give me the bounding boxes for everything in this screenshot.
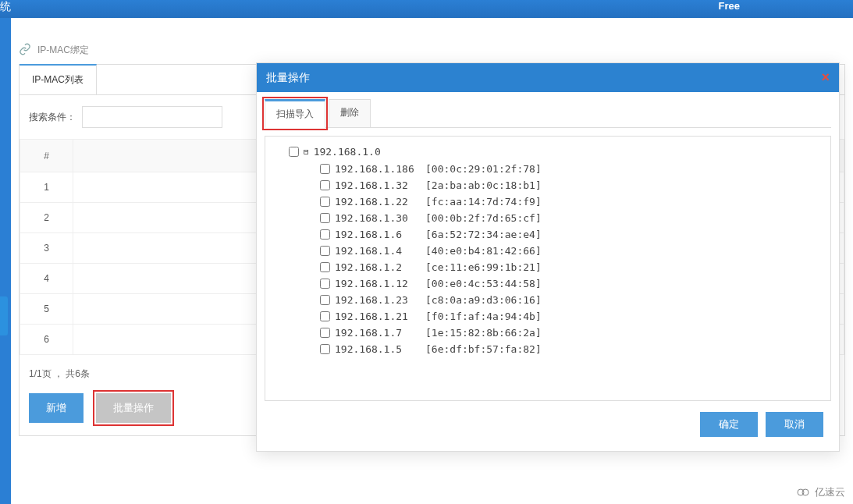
top-banner: 统 Free <box>0 0 853 18</box>
tree-item[interactable]: 192.168.1.12 [00:e0:4c:53:44:58] <box>289 275 824 292</box>
root-label: 192.168.1.0 <box>314 146 381 158</box>
item-checkbox[interactable] <box>320 229 330 240</box>
tree-item[interactable]: 192.168.1.32 [2a:ba:ab:0c:18:b1] <box>289 177 824 193</box>
item-checkbox[interactable] <box>320 279 330 289</box>
item-mac: [00:0c:29:01:2f:78] <box>425 163 542 175</box>
item-checkbox[interactable] <box>320 295 330 305</box>
item-ip: 192.168.1.4 <box>335 245 421 257</box>
item-ip: 192.168.1.186 <box>335 163 421 175</box>
tree-item[interactable]: 192.168.1.7 [1e:15:82:8b:66:2a] <box>289 325 824 341</box>
item-ip: 192.168.1.2 <box>335 261 421 273</box>
modal-tabs: 扫描导入 删除 <box>265 98 831 128</box>
item-mac: [00:e0:4c:53:44:58] <box>425 278 542 289</box>
left-sidebar-edge <box>0 18 11 504</box>
item-checkbox[interactable] <box>320 246 330 256</box>
item-checkbox[interactable] <box>320 164 330 174</box>
cell-idx: 1 <box>20 172 73 203</box>
cell-idx: 6 <box>20 325 73 355</box>
item-checkbox[interactable] <box>320 344 330 354</box>
tree-root[interactable]: ⊟ 192.168.1.0 <box>289 146 824 158</box>
scan-tree[interactable]: ⊟ 192.168.1.0 192.168.1.186 [00:0c:29:01… <box>265 136 831 401</box>
watermark: 亿速云 <box>796 485 845 499</box>
item-mac: [f0:1f:af:4a:94:4b] <box>425 311 542 322</box>
cancel-button[interactable]: 取消 <box>766 412 823 437</box>
item-ip: 192.168.1.32 <box>335 179 421 191</box>
breadcrumb-label: IP-MAC绑定 <box>37 44 89 57</box>
tab-ip-mac-list[interactable]: IP-MAC列表 <box>20 64 97 94</box>
item-ip: 192.168.1.6 <box>335 229 421 240</box>
svg-point-1 <box>802 489 809 495</box>
item-checkbox[interactable] <box>320 180 330 190</box>
tree-item[interactable]: 192.168.1.22 [fc:aa:14:7d:74:f9] <box>289 193 824 210</box>
watermark-text: 亿速云 <box>815 485 845 499</box>
app-title-partial: 统 <box>0 0 11 14</box>
item-checkbox[interactable] <box>320 328 330 338</box>
banner-free-label: Free <box>719 0 740 12</box>
tab-scan-import[interactable]: 扫描导入 <box>265 99 325 128</box>
cell-idx: 3 <box>20 233 73 264</box>
item-ip: 192.168.1.22 <box>335 196 421 208</box>
collapse-icon[interactable]: ⊟ <box>304 147 309 157</box>
item-checkbox[interactable] <box>320 262 330 272</box>
left-collapse-handle[interactable] <box>0 296 8 335</box>
item-mac: [c8:0a:a9:d3:06:16] <box>425 294 542 306</box>
item-mac: [00:0b:2f:7d:65:cf] <box>425 212 542 224</box>
item-mac: [6e:df:bf:57:fa:82] <box>425 343 542 355</box>
batch-modal: 批量操作 × 扫描导入 删除 ⊟ 192.168.1.0 192.168.1.1… <box>256 62 840 452</box>
col-idx: # <box>20 140 73 172</box>
item-mac: [40:e0:b4:81:42:66] <box>425 245 542 257</box>
item-ip: 192.168.1.7 <box>335 327 421 339</box>
tree-item[interactable]: 192.168.1.2 [ce:11:e6:99:1b:21] <box>289 259 824 275</box>
item-ip: 192.168.1.12 <box>335 278 421 289</box>
modal-header: 批量操作 × <box>257 63 839 92</box>
item-ip: 192.168.1.5 <box>335 343 421 355</box>
item-mac: [6a:52:72:34:ae:e4] <box>425 229 542 240</box>
search-label: 搜索条件： <box>29 111 76 124</box>
cell-idx: 4 <box>20 264 73 294</box>
item-mac: [2a:ba:ab:0c:18:b1] <box>425 179 542 191</box>
cell-idx: 5 <box>20 294 73 325</box>
close-icon[interactable]: × <box>821 69 830 86</box>
item-mac: [fc:aa:14:7d:74:f9] <box>425 196 542 208</box>
item-ip: 192.168.1.23 <box>335 294 421 306</box>
item-checkbox[interactable] <box>320 197 330 207</box>
tree-item[interactable]: 192.168.1.23 [c8:0a:a9:d3:06:16] <box>289 292 824 308</box>
tree-item[interactable]: 192.168.1.5 [6e:df:bf:57:fa:82] <box>289 341 824 357</box>
tree-item[interactable]: 192.168.1.21 [f0:1f:af:4a:94:4b] <box>289 308 824 325</box>
tab-delete[interactable]: 删除 <box>329 99 371 128</box>
root-checkbox[interactable] <box>289 147 299 157</box>
item-checkbox[interactable] <box>320 213 330 223</box>
tree-item[interactable]: 192.168.1.4 [40:e0:b4:81:42:66] <box>289 243 824 259</box>
page-info: 1/1页 ， 共6条 <box>29 367 90 381</box>
link-icon <box>19 43 31 58</box>
tree-item[interactable]: 192.168.1.186 [00:0c:29:01:2f:78] <box>289 161 824 177</box>
item-ip: 192.168.1.21 <box>335 311 421 322</box>
ok-button[interactable]: 确定 <box>700 412 758 437</box>
item-checkbox[interactable] <box>320 311 330 321</box>
breadcrumb: IP-MAC绑定 <box>11 18 853 64</box>
item-mac: [1e:15:82:8b:66:2a] <box>425 327 542 339</box>
tree-item[interactable]: 192.168.1.6 [6a:52:72:34:ae:e4] <box>289 226 824 243</box>
tree-item[interactable]: 192.168.1.30 [00:0b:2f:7d:65:cf] <box>289 210 824 226</box>
batch-button[interactable]: 批量操作 <box>96 393 171 423</box>
item-ip: 192.168.1.30 <box>335 212 421 224</box>
add-button[interactable]: 新增 <box>29 393 84 423</box>
search-input[interactable] <box>82 106 222 128</box>
modal-footer: 确定 取消 <box>257 401 839 451</box>
item-mac: [ce:11:e6:99:1b:21] <box>425 261 542 273</box>
modal-title: 批量操作 <box>266 71 310 85</box>
cell-idx: 2 <box>20 203 73 233</box>
